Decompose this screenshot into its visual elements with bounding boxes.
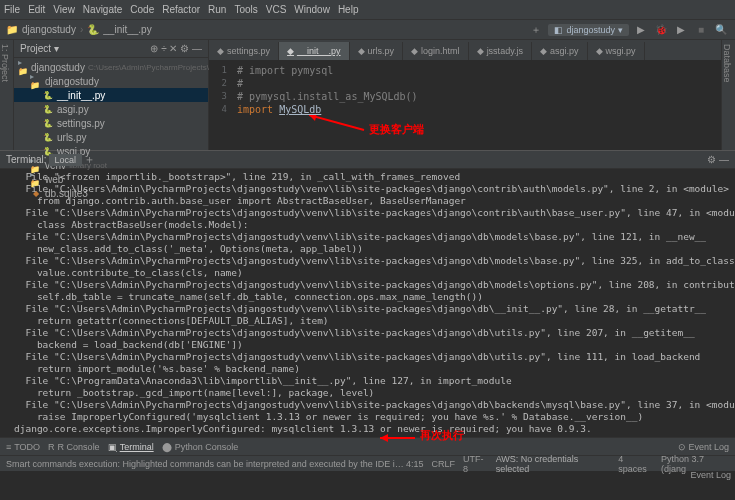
breadcrumb: 📁 djangostudy › 🐍 __init__.py: [6, 24, 152, 35]
tool-icon: ≡: [6, 442, 11, 452]
menu-tools[interactable]: Tools: [234, 4, 257, 15]
menu-navigate[interactable]: Navigate: [83, 4, 122, 15]
terminal-settings[interactable]: ⚙ —: [707, 154, 729, 165]
annotation-1: 更换客户端: [369, 122, 424, 137]
database-tool[interactable]: Database: [722, 44, 732, 83]
event-log-button[interactable]: Event Log: [690, 470, 731, 480]
indent-info[interactable]: 4 spaces: [618, 454, 653, 474]
file-icon: ◆: [217, 46, 224, 56]
status-message: Smart commands execution: Highlighted co…: [6, 459, 406, 469]
add-config-button[interactable]: ＋: [528, 22, 544, 38]
terminal-panel: Terminal: Local ＋ ⚙ — File "<frozen impo…: [0, 150, 735, 437]
editor-tab[interactable]: ◆urls.py: [350, 42, 404, 60]
stop-button[interactable]: ■: [693, 22, 709, 38]
folder-icon: 📁: [6, 24, 18, 35]
tool-tab-terminal[interactable]: ▣ Terminal: [108, 442, 154, 452]
project-header: Project ▾ ⊕ ÷ ✕ ⚙ —: [14, 40, 208, 58]
search-icon[interactable]: 🔍: [713, 22, 729, 38]
menu-help[interactable]: Help: [338, 4, 359, 15]
tree-item[interactable]: 🐍urls.py: [14, 130, 208, 144]
svg-marker-1: [309, 115, 317, 121]
run-coverage-button[interactable]: ▶: [673, 22, 689, 38]
tree-item[interactable]: ▸ 📁djangostudy: [14, 74, 208, 88]
editor-tab[interactable]: ◆__init__.py: [279, 42, 350, 60]
editor-tab[interactable]: ◆jsstady.js: [469, 42, 532, 60]
arrow-annotation-2: [380, 433, 420, 443]
editor-tab[interactable]: ◆wsgi.py: [588, 42, 645, 60]
line-gutter: 1234: [209, 64, 227, 116]
py-icon: 🐍: [42, 103, 54, 115]
tree-item[interactable]: 🐍settings.py: [14, 116, 208, 130]
py-icon: 🐍: [87, 24, 99, 35]
file-icon: ◆: [477, 46, 484, 56]
left-gutter: 1: Project: [0, 40, 14, 150]
menu-run[interactable]: Run: [208, 4, 226, 15]
tool-icon: ⬤: [162, 442, 172, 452]
tool-tab-todo[interactable]: ≡ TODO: [6, 442, 40, 452]
svg-line-0: [309, 115, 364, 130]
editor-tab[interactable]: ◆login.html: [403, 42, 469, 60]
nav-controls: ＋ ◧ djangostudy ▾ ▶ 🐞 ▶ ■ 🔍: [528, 22, 729, 38]
menu-edit[interactable]: Edit: [28, 4, 45, 15]
tool-icon: ▣: [108, 442, 117, 452]
menu-view[interactable]: View: [53, 4, 75, 15]
editor-content[interactable]: 1234 # import pymysql## pymysql.install_…: [209, 60, 721, 150]
py-icon: 🐍: [42, 117, 54, 129]
project-tool[interactable]: 1: Project: [0, 44, 13, 82]
file-icon: ◆: [287, 46, 294, 56]
run-button[interactable]: ▶: [633, 22, 649, 38]
menu-window[interactable]: Window: [294, 4, 330, 15]
editor-area: ◆settings.py◆__init__.py◆urls.py◆login.h…: [209, 40, 721, 150]
svg-marker-3: [380, 434, 388, 442]
run-config-dropdown[interactable]: ◧ djangostudy ▾: [548, 24, 629, 36]
menu-refactor[interactable]: Refactor: [162, 4, 200, 15]
py-icon: 🐍: [42, 89, 54, 101]
tree-item[interactable]: 🐍__init__.py: [14, 88, 208, 102]
arrow-annotation-1: [309, 115, 369, 135]
chevron-down-icon: ▾: [618, 25, 623, 35]
menu-vcs[interactable]: VCS: [266, 4, 287, 15]
terminal-output[interactable]: File "<frozen importlib._bootstrap>", li…: [0, 169, 735, 437]
tool-icon: R: [48, 442, 55, 452]
folder-icon: ▸ 📁: [30, 75, 42, 87]
tool-tab-r-console[interactable]: R R Console: [48, 442, 100, 452]
file-icon: ◆: [596, 46, 603, 56]
code[interactable]: # import pymysql## pymysql.install_as_My…: [237, 64, 717, 116]
annotation-2: 再次执行: [420, 428, 464, 443]
right-gutter: Database: [721, 40, 735, 150]
file-icon: ◆: [540, 46, 547, 56]
editor-tabs: ◆settings.py◆__init__.py◆urls.py◆login.h…: [209, 40, 721, 60]
terminal-label: Terminal:: [6, 154, 47, 165]
status-right: 4:15 CRLF UTF-8 AWS: No credentials sele…: [406, 454, 729, 474]
project-label: Project: [20, 43, 51, 54]
folder-icon: ▸ 📁: [18, 61, 28, 73]
menu-code[interactable]: Code: [130, 4, 154, 15]
project-tools[interactable]: ⊕ ÷ ✕ ⚙ —: [150, 43, 202, 54]
aws-status[interactable]: AWS: No credentials selected: [496, 454, 611, 474]
editor-tab[interactable]: ◆asgi.py: [532, 42, 588, 60]
add-terminal-button[interactable]: ＋: [84, 152, 95, 167]
cursor-position[interactable]: 4:15: [406, 459, 424, 469]
menubar: FileEditViewNavigateCodeRefactorRunTools…: [4, 4, 358, 15]
terminal-tab-local[interactable]: Local: [49, 154, 83, 166]
titlebar: FileEditViewNavigateCodeRefactorRunTools…: [0, 0, 735, 20]
file-icon: ◆: [358, 46, 365, 56]
breadcrumb-root[interactable]: djangostudy: [22, 24, 76, 35]
project-panel: Project ▾ ⊕ ÷ ✕ ⚙ — ▸ 📁djangostudy C:\Us…: [14, 40, 209, 150]
status-bar: Smart commands execution: Highlighted co…: [0, 455, 735, 471]
tree-item[interactable]: 🐍asgi.py: [14, 102, 208, 116]
editor-tab[interactable]: ◆settings.py: [209, 42, 279, 60]
django-icon: ◧: [554, 25, 563, 35]
line-separator[interactable]: CRLF: [432, 459, 456, 469]
debug-button[interactable]: 🐞: [653, 22, 669, 38]
navbar: 📁 djangostudy › 🐍 __init__.py ＋ ◧ django…: [0, 20, 735, 40]
tool-tab-python-console[interactable]: ⬤ Python Console: [162, 442, 239, 452]
breadcrumb-file[interactable]: __init__.py: [103, 24, 151, 35]
menu-file[interactable]: File: [4, 4, 20, 15]
py-icon: 🐍: [42, 131, 54, 143]
tree-item[interactable]: ▸ 📁djangostudy C:\Users\Admin\PycharmPro…: [14, 60, 208, 74]
file-encoding[interactable]: UTF-8: [463, 454, 488, 474]
bottom-tool-tabs: ≡ TODOR R Console▣ Terminal⬤ Python Cons…: [0, 437, 735, 455]
event-log-tab[interactable]: ⊙ Event Log: [678, 442, 729, 452]
file-icon: ◆: [411, 46, 418, 56]
